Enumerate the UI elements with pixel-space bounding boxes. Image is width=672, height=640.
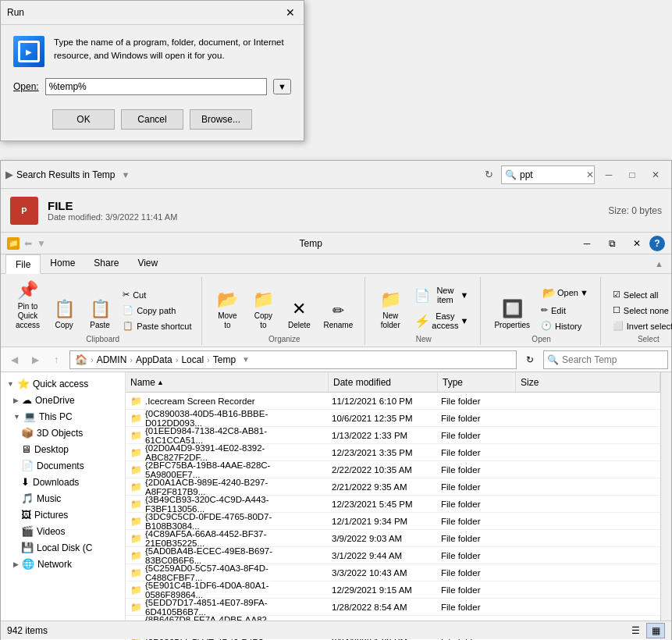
pin-to-quick-access-button[interactable]: 📌 Pin to Quick access: [10, 277, 45, 333]
copy-to-button[interactable]: 📁 Copyto: [246, 286, 280, 333]
tab-view[interactable]: View: [128, 254, 167, 273]
paste-button[interactable]: 📋 Paste: [83, 296, 117, 333]
open-button[interactable]: 📂 Open ▼: [537, 283, 594, 302]
rename-button[interactable]: ✏ Rename: [318, 299, 358, 333]
invert-icon: ⬜: [613, 321, 624, 331]
sidebar-item-local-disk[interactable]: 💾 Local Disk (C: [1, 539, 125, 556]
column-type[interactable]: Type: [438, 372, 516, 392]
tab-share[interactable]: Share: [84, 254, 128, 273]
run-dropdown-btn[interactable]: ▼: [273, 79, 291, 94]
sidebar-item-music[interactable]: 🎵 Music: [1, 490, 125, 507]
file-name: {5EDD7D17-4851-4E07-89FA-6D4105B6B7...: [145, 598, 324, 617]
ribbon-collapse-icon[interactable]: ▲: [655, 259, 663, 268]
minimize-button[interactable]: ─: [598, 164, 620, 186]
sidebar-item-pictures[interactable]: 🖼 Pictures: [1, 507, 125, 523]
run-browse-button[interactable]: Browse...: [190, 109, 252, 130]
address-path[interactable]: 🏠 › ADMIN › AppData › Local › Temp ▼: [69, 350, 517, 369]
nav-buttons: ◀ ▶ ↑: [4, 350, 66, 369]
window-close-button[interactable]: ✕: [624, 233, 649, 254]
history-button[interactable]: 🕐 History: [537, 318, 594, 333]
copy-path-button[interactable]: 📄 Copy path: [119, 303, 195, 318]
back-button[interactable]: ◀: [4, 350, 24, 369]
search-clear-button[interactable]: ✕: [583, 169, 597, 180]
window-restore-button[interactable]: ⧉: [599, 233, 624, 254]
run-ok-button[interactable]: OK: [52, 109, 115, 130]
paste-shortcut-button[interactable]: 📋 Paste shortcut: [119, 318, 195, 333]
select-none-button[interactable]: ☐ Select none: [609, 303, 672, 318]
new-item-button[interactable]: 📄 New item ▼: [409, 283, 474, 308]
tab-file[interactable]: File: [5, 254, 41, 274]
local-disk-icon: 💾: [21, 542, 34, 553]
breadcrumb-dropdown-icon[interactable]: ▼: [122, 170, 130, 180]
table-row[interactable]: 📁 .Icecream Screen Recorder 11/12/2021 6…: [126, 393, 660, 410]
col-date-label: Date modified: [333, 377, 391, 388]
new-small-btns: 📄 New item ▼ ⚡ Easy access ▼: [409, 283, 474, 333]
up-button[interactable]: ↑: [46, 350, 66, 369]
tab-home[interactable]: Home: [41, 254, 84, 273]
search-input-top[interactable]: [517, 169, 583, 180]
run-close-button[interactable]: ✕: [283, 5, 297, 20]
column-name[interactable]: Name ▲: [126, 372, 329, 392]
help-button[interactable]: ?: [649, 236, 665, 251]
run-open-input[interactable]: [45, 78, 267, 95]
table-row[interactable]: 📁 {5E901C4B-1DF6-4D0A-80A1-0586F89864...…: [126, 581, 660, 599]
videos-icon: 🎬: [21, 525, 34, 537]
column-date[interactable]: Date modified: [329, 372, 438, 392]
window-minimize-button[interactable]: ─: [574, 233, 599, 254]
copy-button[interactable]: 📋 Copy: [47, 296, 81, 333]
new-folder-button[interactable]: 📁 Newfolder: [373, 286, 407, 333]
table-row[interactable]: 📁 {5EDD7D17-4851-4E07-89FA-6D4105B6B7...…: [126, 599, 660, 616]
search-input[interactable]: [562, 354, 648, 365]
file-date-cell: 2/22/2022 10:35 AM: [329, 465, 438, 475]
sidebar-item-3d-objects[interactable]: 📦 3D Objects: [1, 425, 125, 441]
sidebar-item-desktop[interactable]: 🖥 Desktop: [1, 441, 125, 457]
table-row[interactable]: 📁 {02D0A4D9-9391-4E02-8392-ABC827F2DF...…: [126, 444, 660, 461]
sidebar-item-videos[interactable]: 🎬 Videos: [1, 523, 125, 539]
maximize-button[interactable]: □: [621, 164, 643, 186]
refresh-button[interactable]: ↻: [479, 165, 498, 184]
table-row[interactable]: 📁 {3DC9C5CD-0FDE-4765-80D7-B108B3084... …: [126, 513, 660, 530]
local-disk-label: Local Disk (C: [37, 542, 92, 553]
sidebar-item-downloads[interactable]: ⬇ Downloads: [1, 474, 125, 490]
table-row[interactable]: 📁 {01EED984-7138-42C8-AB81-61C1CCA51... …: [126, 427, 660, 444]
move-to-button[interactable]: 📂 Moveto: [210, 286, 244, 333]
easy-access-button[interactable]: ⚡ Easy access ▼: [409, 308, 474, 333]
table-row[interactable]: 📁 {5AD0BA4B-ECEC-49E8-B697-83BC0B6F6... …: [126, 547, 660, 564]
path-appdata: AppData: [136, 354, 172, 365]
sidebar-item-network[interactable]: ▶ 🌐 Network: [1, 556, 125, 572]
file-result-name: FILE: [48, 199, 599, 212]
close-button-top[interactable]: ✕: [645, 164, 667, 186]
forward-button[interactable]: ▶: [25, 350, 45, 369]
details-view-button[interactable]: ▦: [646, 623, 665, 638]
select-all-button[interactable]: ☑ Select all: [609, 287, 672, 302]
sidebar-item-documents[interactable]: 📄 Documents: [1, 457, 125, 474]
organize-group-label: Organize: [210, 335, 358, 343]
quick-access-expander: ▼: [7, 380, 14, 388]
table-row[interactable]: 📁 {0C890038-40D5-4B16-BBBE-D012DD093... …: [126, 410, 660, 427]
col-name-label: Name: [130, 377, 155, 388]
folder-icon: 📁: [130, 585, 142, 596]
history-label: History: [555, 322, 581, 331]
breadcrumb-area: ▶ Search Results in Temp ▼: [5, 169, 476, 180]
edit-button[interactable]: ✏ Edit: [537, 303, 594, 318]
table-row[interactable]: 📁 {2BFC75BA-19B8-4AAE-828C-5A9800EF7... …: [126, 461, 660, 478]
path-dropdown-icon[interactable]: ▼: [242, 355, 250, 364]
column-size[interactable]: Size: [516, 372, 660, 392]
table-row[interactable]: 📁 {5C259AD0-5C57-40A3-8F4D-C488CFBF7... …: [126, 564, 660, 581]
address-refresh-button[interactable]: ↻: [520, 350, 540, 369]
table-row[interactable]: 📁 {3B49CB93-320C-4C9D-A443-F3BF113056...…: [126, 496, 660, 513]
list-view-button[interactable]: ☰: [626, 623, 645, 638]
explorer-title-text: Temp: [300, 238, 571, 249]
sidebar-item-quick-access[interactable]: ▼ ⭐ Quick access: [1, 375, 125, 392]
run-cancel-button[interactable]: Cancel: [121, 109, 183, 130]
table-row[interactable]: 📁 {2D0A1ACB-989E-4240-B297-A8F2F817B9...…: [126, 478, 660, 496]
table-row[interactable]: 📁 {4C89AF5A-66A8-4452-BF37-21E0B35225...…: [126, 530, 660, 547]
properties-button[interactable]: 🔲 Properties: [489, 296, 535, 333]
delete-button[interactable]: ✕ Delete: [282, 296, 316, 333]
sidebar-item-this-pc[interactable]: ▼ 💻 This PC: [1, 408, 125, 425]
sidebar-item-onedrive[interactable]: ▶ ☁ OneDrive: [1, 392, 125, 408]
cut-button[interactable]: ✂ Cut: [119, 287, 195, 302]
invert-selection-button[interactable]: ⬜ Invert selection: [609, 318, 672, 333]
scrollbar[interactable]: [660, 372, 671, 640]
search-icon: 🔍: [547, 354, 559, 365]
